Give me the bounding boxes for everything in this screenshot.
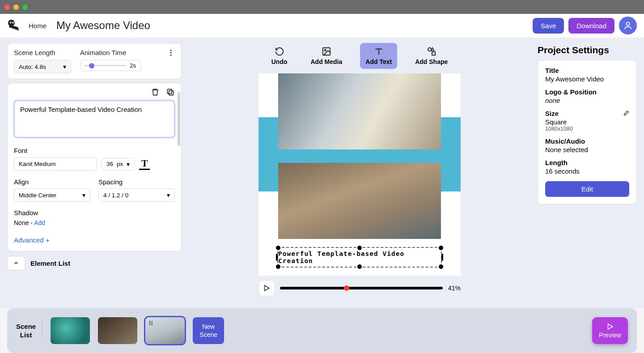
svg-point-15: [149, 324, 150, 325]
align-label: Align: [14, 178, 90, 186]
ps-title-label: Title: [545, 67, 629, 74]
font-label: Font: [14, 147, 175, 154]
font-size-unit: px: [117, 161, 123, 167]
svg-point-13: [149, 321, 150, 322]
scene-list-label: SceneList: [16, 322, 42, 340]
animation-time-slider[interactable]: 2s: [80, 60, 141, 71]
delete-icon[interactable]: [151, 88, 160, 97]
svg-point-16: [152, 321, 153, 322]
animation-time-value: 2s: [130, 62, 136, 69]
font-size-field[interactable]: 36 px ▾: [102, 158, 135, 170]
more-options-icon[interactable]: [167, 49, 175, 57]
spacing-select[interactable]: 4 / 1.2 / 0 ▾: [98, 188, 175, 202]
scene-strip: SceneList NewScene Preview: [7, 308, 637, 353]
ps-logo-value: none: [545, 97, 629, 104]
drag-handle-icon[interactable]: [148, 320, 154, 326]
shadow-add-link[interactable]: Add: [34, 219, 45, 226]
svg-point-17: [152, 323, 153, 323]
chevron-down-icon: ▾: [167, 191, 170, 199]
ps-size-label: Size: [545, 110, 559, 117]
scene-length-label: Scene Length: [14, 49, 71, 56]
scene-controls-card: Scene Length Auto: 4.8s ▾ Animation Time…: [7, 43, 182, 79]
text-content-input[interactable]: [14, 100, 175, 138]
svg-rect-8: [167, 89, 172, 94]
undo-button[interactable]: Undo: [266, 43, 293, 69]
text-editor-card: Font Kanit Medium 36 px ▾ T Align Middle: [7, 83, 182, 251]
app-logo-icon: [7, 19, 21, 32]
scene-thumbnail-2[interactable]: [98, 317, 137, 344]
timeline-percent: 41%: [448, 285, 461, 292]
project-settings-card: Title My Awesome Video Logo & Position n…: [538, 60, 637, 204]
shadow-value: None -: [14, 219, 34, 226]
ps-size-dim: 1080x1080: [545, 126, 629, 132]
svg-point-6: [170, 55, 172, 56]
canvas-toolbar: Undo Add Media Add Text Add Shape: [266, 43, 453, 69]
animation-time-label: Animation Time: [80, 49, 141, 56]
align-value: Middle Center: [19, 192, 56, 199]
svg-point-18: [152, 324, 153, 325]
spacing-label: Spacing: [98, 178, 175, 186]
chevron-down-icon: ▾: [127, 161, 130, 168]
align-select[interactable]: Middle Center ▾: [14, 188, 90, 202]
canvas-image-mid[interactable]: [278, 163, 441, 239]
ps-music-value: None selected: [545, 146, 629, 153]
user-avatar-button[interactable]: [619, 17, 637, 34]
svg-point-2: [12, 22, 14, 24]
scene-thumbnail-3[interactable]: [145, 317, 185, 344]
add-shape-button[interactable]: Add Shape: [410, 43, 453, 69]
svg-point-1: [10, 22, 12, 24]
app-header: Home My Awesome Video Save Download: [0, 14, 644, 38]
canvas-text-value: Powerful Template-based Video Creation: [278, 250, 441, 264]
chevron-down-icon: ▾: [82, 191, 85, 199]
download-button[interactable]: Download: [568, 18, 614, 34]
project-settings-edit-button[interactable]: Edit: [545, 181, 629, 197]
scene-length-select[interactable]: Auto: 4.8s ▾: [14, 60, 71, 73]
advanced-toggle[interactable]: Advanced +: [14, 236, 175, 244]
home-link[interactable]: Home: [29, 22, 47, 30]
preview-label: Preview: [599, 332, 621, 339]
new-scene-button[interactable]: NewScene: [193, 317, 224, 344]
edit-size-icon[interactable]: [623, 110, 629, 117]
save-button[interactable]: Save: [533, 18, 564, 34]
ps-logo-label: Logo & Position: [545, 88, 629, 96]
svg-point-10: [324, 49, 326, 51]
minimize-window-icon[interactable]: [13, 4, 19, 10]
svg-point-5: [170, 52, 172, 54]
add-media-button[interactable]: Add Media: [305, 43, 348, 69]
duplicate-icon[interactable]: [166, 88, 175, 97]
play-button[interactable]: [258, 280, 275, 296]
ps-length-label: Length: [545, 159, 629, 166]
ps-length-value: 16 seconds: [545, 167, 629, 175]
shadow-label: Shadow: [14, 209, 175, 217]
canvas-text-element[interactable]: Powerful Template-based Video Creation: [277, 247, 442, 268]
project-settings-heading: Project Settings: [538, 45, 637, 55]
project-title[interactable]: My Awesome Video: [56, 19, 150, 32]
svg-point-3: [626, 22, 629, 26]
chevron-down-icon: ▾: [63, 63, 66, 70]
close-window-icon[interactable]: [4, 4, 10, 10]
element-list-toggle[interactable]: [7, 256, 25, 270]
undo-label: Undo: [271, 58, 288, 65]
svg-rect-12: [432, 52, 435, 55]
spacing-value: 4 / 1.2 / 0: [103, 192, 128, 199]
timeline-thumb[interactable]: [344, 285, 349, 291]
preview-button[interactable]: Preview: [592, 317, 628, 344]
maximize-window-icon[interactable]: [22, 4, 28, 10]
timeline-slider[interactable]: [280, 287, 443, 289]
font-size-value: 36: [106, 161, 113, 167]
svg-point-4: [170, 50, 172, 51]
add-text-button[interactable]: Add Text: [360, 43, 397, 69]
canvas-image-top[interactable]: [278, 73, 441, 149]
text-color-button[interactable]: T: [139, 158, 150, 170]
traffic-lights: [4, 4, 28, 10]
editor-scrollbar[interactable]: [178, 92, 180, 246]
window-titlebar: [0, 0, 644, 14]
scene-length-value: Auto: 4.8s: [19, 64, 46, 70]
ps-size-value: Square: [545, 118, 629, 126]
font-family-select[interactable]: Kanit Medium: [14, 157, 97, 171]
scene-thumbnail-1[interactable]: [51, 317, 90, 344]
add-shape-label: Add Shape: [415, 58, 448, 65]
add-text-label: Add Text: [365, 58, 392, 65]
canvas[interactable]: Powerful Template-based Video Creation: [258, 73, 461, 276]
svg-rect-7: [169, 91, 174, 95]
